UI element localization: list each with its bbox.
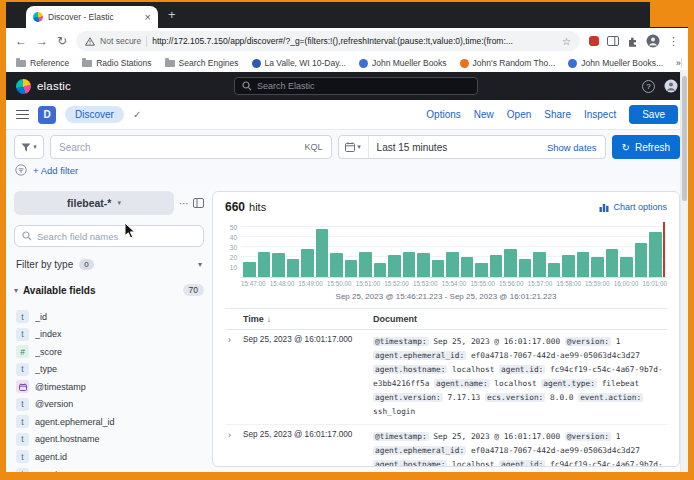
doc-field-name[interactable]: agent.type: [541,379,597,388]
extension-icon-red[interactable] [589,36,599,46]
elastic-logo[interactable]: elastic [16,79,71,94]
field-item[interactable]: tagent.hostname [14,431,204,449]
histogram-bar[interactable] [649,232,662,277]
browser-tab[interactable]: Discover - Elastic × [26,6,158,28]
help-icon[interactable]: ? [642,80,655,93]
histogram-bar[interactable] [432,260,445,277]
topnav-link-open[interactable]: Open [507,109,531,120]
histogram-bar[interactable] [258,252,271,277]
histogram-bar[interactable] [620,257,633,277]
filter-by-type-button[interactable]: Filter by type 0 ▾ [14,255,204,274]
filter-dropdown-button[interactable]: ▾ [14,135,44,159]
kql-language-button[interactable]: KQL [305,142,323,152]
field-item[interactable]: t_id [14,308,204,326]
histogram-bar[interactable] [301,249,314,277]
column-header-time[interactable]: Time ↓ [243,314,373,324]
available-fields-header[interactable]: ▾ Available fields 70 [14,284,204,296]
topnav-link-inspect[interactable]: Inspect [584,109,616,120]
expand-row-icon[interactable]: › [225,335,243,345]
bookmark-item[interactable]: Reference [16,58,69,68]
doc-field-name[interactable]: agent.hostname: [373,365,447,374]
histogram-bar[interactable] [461,257,474,277]
bookmark-item[interactable]: Search Engines [165,58,239,68]
time-range-value[interactable]: Last 15 minutes [369,142,547,153]
doc-field-name[interactable]: agent.ephemeral_id: [373,446,466,455]
histogram-bar[interactable] [533,252,546,277]
histogram-bar[interactable] [490,255,503,277]
tab-close-icon[interactable]: × [145,12,151,22]
histogram-bar[interactable] [403,252,416,277]
field-item[interactable]: tagent.ephemeral_id [14,413,204,431]
doc-field-name[interactable]: agent.id: [499,460,545,467]
histogram-bar[interactable] [475,263,488,277]
histogram-plot[interactable] [241,222,667,278]
back-icon[interactable]: ← [15,35,27,47]
histogram-bar[interactable] [374,263,387,277]
histogram-bar[interactable] [272,253,285,277]
histogram-bar[interactable] [243,262,256,277]
collapse-sidebar-icon[interactable] [193,198,204,208]
doc-field-name[interactable]: agent.ephemeral_id: [373,351,466,360]
histogram-bar[interactable] [417,253,430,277]
doc-field-name[interactable]: agent.name: [434,379,490,388]
doc-field-name[interactable]: @version: [565,337,611,346]
bookmark-item[interactable]: John Mueller Books... [568,58,663,68]
new-tab-button[interactable]: + [168,7,176,22]
field-item[interactable]: t_type [14,361,204,379]
field-item[interactable]: t@version [14,396,204,414]
index-options-icon[interactable]: ⋯ [179,198,189,209]
field-search-input[interactable]: Search field names [14,225,204,247]
field-item[interactable]: tagent.name [14,466,204,473]
forward-icon[interactable]: → [36,35,48,47]
menu-hamburger-icon[interactable] [16,110,29,120]
doc-field-name[interactable]: agent.version: [373,393,443,402]
topnav-link-share[interactable]: Share [544,109,571,120]
side-panel-icon[interactable] [607,36,619,46]
doc-field-name[interactable]: @version: [565,432,611,441]
saved-query-icon[interactable] [15,164,27,176]
histogram-bar[interactable] [504,249,517,277]
histogram-bar[interactable] [577,252,590,277]
histogram-bar[interactable] [345,260,358,277]
histogram-bar[interactable] [548,263,561,277]
histogram-bar[interactable] [519,259,532,277]
doc-field-name[interactable]: event.action: [578,393,643,402]
all-bookmarks-button[interactable]: All Bookmarks [681,58,688,68]
histogram-bar[interactable] [287,259,300,277]
doc-field-name[interactable]: @timestamp: [373,432,429,441]
bookmark-item[interactable]: Radio Stations [82,58,151,68]
topnav-link-new[interactable]: New [474,109,494,120]
field-item[interactable]: #_score [14,343,204,361]
bookmark-star-icon[interactable]: ☆ [562,36,571,47]
profile-avatar-icon[interactable] [646,34,660,48]
expand-row-icon[interactable]: › [225,430,243,440]
address-bar[interactable]: Not secure http://172.105.7.150/app/disc… [76,31,580,51]
histogram-bar[interactable] [446,252,459,277]
histogram-bar[interactable] [316,229,329,277]
doc-field-name[interactable]: ecs.version: [485,393,545,402]
query-search-input[interactable]: Search KQL [50,135,332,159]
histogram-bar[interactable] [388,255,401,277]
scrollbar-thumb[interactable] [682,76,687,201]
histogram-bar[interactable] [359,252,372,277]
show-dates-link[interactable]: Show dates [547,142,605,153]
breadcrumb-discover[interactable]: Discover [65,106,124,123]
bookmark-item[interactable]: John Mueller Books [359,58,447,68]
topnav-link-options[interactable]: Options [426,109,460,120]
histogram-bar[interactable] [562,255,575,277]
space-avatar[interactable]: D [38,106,56,124]
doc-field-name[interactable]: @timestamp: [373,337,429,346]
browser-menu-icon[interactable]: ⋮ [668,35,679,48]
user-avatar-icon[interactable] [664,79,678,93]
save-button[interactable]: Save [629,105,678,124]
chart-options-button[interactable]: Chart options [599,202,667,212]
bookmark-item[interactable]: John's Random Tho... [460,58,556,68]
histogram-bar[interactable] [330,253,343,277]
histogram-bar[interactable] [635,243,648,277]
page-scrollbar[interactable] [680,70,688,472]
histogram-bar[interactable] [591,257,604,277]
refresh-button[interactable]: ↻ Refresh [612,135,680,159]
field-item[interactable]: t_index [14,326,204,344]
field-item[interactable]: @timestamp [14,378,204,396]
index-pattern-selector[interactable]: filebeat-* ▾ [14,191,174,215]
